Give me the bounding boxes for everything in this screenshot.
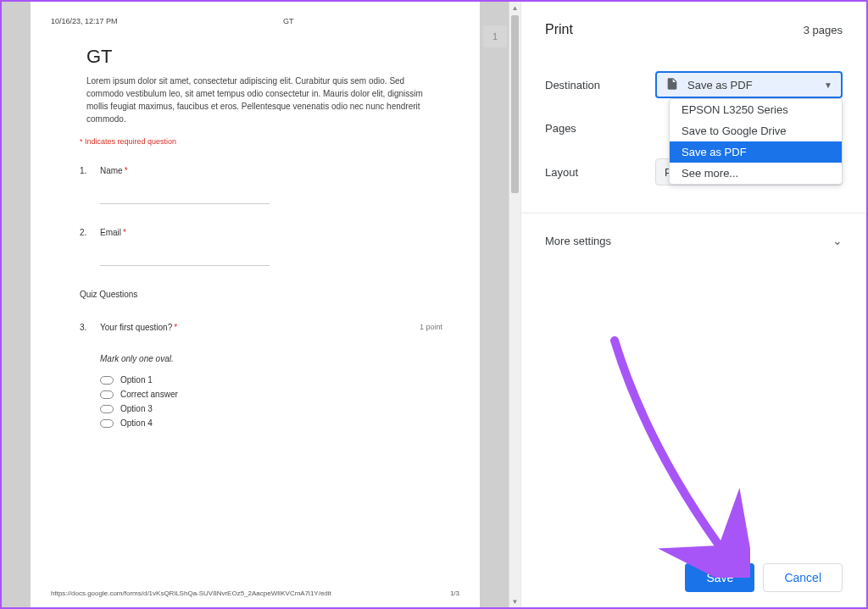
divider [521,213,866,213]
footer-url: https://docs.google.com/forms/d/1vKsQRiL… [51,590,331,597]
layout-label: Layout [545,166,655,179]
page-header: 10/16/23, 12:17 PM GT [51,17,459,25]
page-footer: https://docs.google.com/forms/d/1vKsQRiL… [51,584,459,597]
question-label: Your first question? [100,323,172,332]
question-2: 2. Email * [80,228,459,237]
scroll-thumb[interactable] [511,15,519,193]
destination-option-epson[interactable]: EPSON L3250 Series [670,99,842,120]
chevron-down-icon: ⌄ [832,234,843,247]
option-row: Correct answer [100,390,459,399]
option-label: Option 1 [120,375,153,385]
preview-page-1: 10/16/23, 12:17 PM GT GT Lorem ipsum dol… [31,2,480,607]
destination-option-see-more[interactable]: See more... [670,163,842,184]
section-heading: Quiz Questions [80,290,459,299]
more-settings-label: More settings [545,235,611,247]
oval-icon [100,405,114,413]
pages-label: Pages [545,122,655,135]
dialog-title: Print [545,22,573,37]
option-label: Correct answer [120,390,178,399]
destination-dropdown[interactable]: Save as PDF ▼ EPSON L3250 Series Save to… [655,71,843,98]
page-timestamp: 10/16/23, 12:17 PM [51,17,118,25]
destination-option-save-as-pdf[interactable]: Save as PDF [670,141,842,163]
option-row: Option 3 [100,404,459,413]
question-label: Name [100,166,123,175]
form-title: GT [86,46,459,68]
scroll-down-arrow-icon[interactable]: ▼ [509,595,520,607]
option-label: Option 3 [120,404,153,413]
oval-icon [100,376,114,385]
required-asterisk: * [125,166,128,175]
print-dialog: Print 3 pages Destination Save as PDF ▼ … [520,2,866,607]
page-header-title: GT [283,17,294,25]
option-row: Option 1 [100,375,459,385]
oval-icon [100,419,114,428]
required-asterisk: * [123,228,126,237]
question-label: Email [100,228,121,237]
page-count: 3 pages [804,24,843,36]
destination-option-google-drive[interactable]: Save to Google Drive [670,120,842,141]
question-3: 3. Your first question? * 1 point [80,323,459,332]
answer-line [100,251,270,266]
footer-page-number: 1/3 [450,590,459,597]
destination-value: Save as PDF [687,79,753,91]
question-instruction: Mark only one oval. [100,354,459,363]
preview-scroll-area[interactable]: 10/16/23, 12:17 PM GT GT Lorem ipsum dol… [2,2,509,607]
required-note: * Indicates required question [80,137,459,146]
question-1: 1. Name * [80,166,459,175]
question-number: 3. [80,323,100,332]
question-number: 1. [80,166,100,175]
answer-line [100,189,270,204]
page-indicator: 1 [483,25,507,47]
pdf-icon [665,77,679,93]
chevron-down-icon: ▼ [824,80,832,90]
preview-scrollbar[interactable]: ▲ ▼ [509,2,520,607]
oval-icon [100,390,114,399]
destination-label: Destination [545,79,655,91]
question-points: 1 point [420,323,442,331]
print-preview-pane: 10/16/23, 12:17 PM GT GT Lorem ipsum dol… [2,2,520,607]
form-description: Lorem ipsum dolor sit amet, consectetur … [86,75,434,125]
cancel-button[interactable]: Cancel [763,563,843,592]
scroll-up-arrow-icon[interactable]: ▲ [509,2,520,14]
annotation-arrow-icon [598,332,750,578]
option-label: Option 4 [120,418,153,428]
option-row: Option 4 [100,418,459,428]
question-number: 2. [80,228,100,237]
destination-menu: EPSON L3250 Series Save to Google Drive … [669,98,843,185]
save-button[interactable]: Save [685,563,754,592]
required-asterisk: * [174,323,177,332]
more-settings-toggle[interactable]: More settings ⌄ [545,230,843,251]
